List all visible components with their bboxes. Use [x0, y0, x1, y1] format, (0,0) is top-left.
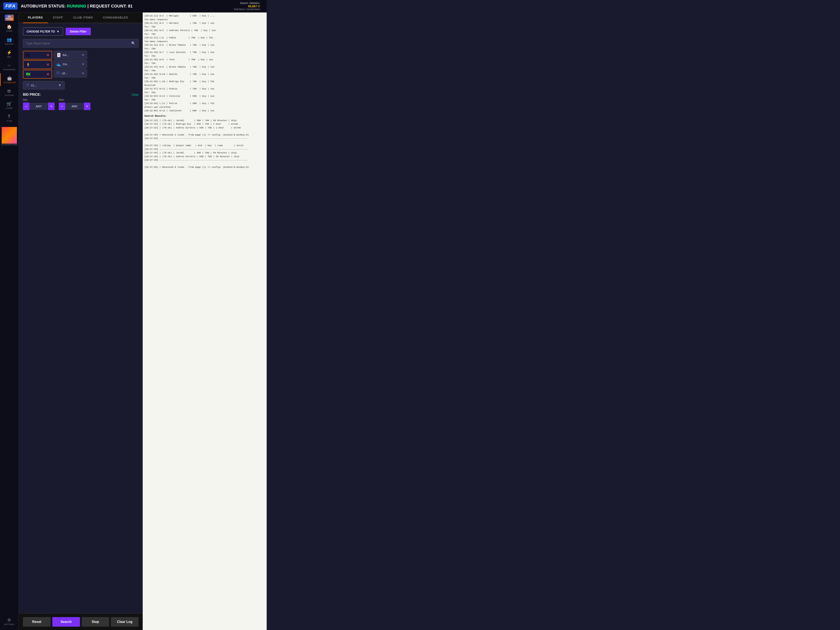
- log-entry: for: 750: [144, 54, 265, 58]
- tab-club-items[interactable]: CLUB ITEMS: [68, 13, 98, 23]
- club-dropdown[interactable]: 🛡 CL... ▼: [23, 81, 65, 89]
- remove-position-button[interactable]: ✕: [46, 63, 49, 67]
- bid-price-section: BID PRICE: Clear Min: − ANY +: [23, 93, 139, 110]
- club-chevron-icon: ▼: [58, 83, 62, 87]
- search-results-label: Search Results:: [144, 115, 167, 117]
- autobuyer-icon: 🤖: [7, 76, 12, 81]
- log-entry: Too many requests: [144, 40, 265, 43]
- max-increase-button[interactable]: +: [84, 103, 90, 110]
- league-icon: 🛡: [57, 71, 60, 76]
- reset-button[interactable]: Reset: [23, 617, 51, 627]
- max-price-control: − ANY +: [59, 103, 90, 110]
- reset-label: Reset: [32, 620, 41, 624]
- coins-display: 65,667 ©: [248, 5, 260, 8]
- sidebar-item-sbc[interactable]: ⚡ SBC: [0, 47, 19, 60]
- min-increase-button[interactable]: +: [48, 103, 55, 110]
- sidebar-item-club[interactable]: 🎖 CLUB: [0, 112, 19, 125]
- min-price-control: − ANY +: [23, 103, 55, 110]
- store-label: STORE: [6, 107, 13, 109]
- log-entry: [20:31:30] W:8 | Tete | 700 | buy | suc: [144, 58, 265, 62]
- log-entry: for: 750: [144, 33, 265, 36]
- unsold-label: Unsold Items: [247, 8, 260, 10]
- club-icon: 🎖: [7, 114, 11, 119]
- log-entry: [20:37:32] | (76-ok) | Andrei Girotto | …: [144, 126, 265, 130]
- log-area: [20:31:11] W:3 | Marigal | 650 | buy | .…: [143, 13, 267, 630]
- choose-filter-button[interactable]: CHOOSE FILTER TO ▼: [23, 27, 63, 36]
- stop-button[interactable]: Stop: [82, 617, 109, 627]
- chevron-down-icon: ▼: [57, 30, 60, 33]
- filter-tags-left: 21 ✕ 🧍 ✕ 🇧🇷 ✕: [23, 51, 52, 79]
- filter-tags-right: 🃏 RA... ▼ 👟 CH... ▼ 🛡 LE... ▼: [54, 51, 87, 79]
- sidebar-item-store[interactable]: 🛒 STORE: [0, 99, 19, 112]
- log-entry: [20:37:45] | rating | player name | bid …: [144, 144, 265, 147]
- sidebar-item-squads[interactable]: 👥 SQUADS: [0, 35, 19, 47]
- nationality-icon: 🇧🇷: [26, 72, 30, 76]
- search-results-header: Search Results:: [144, 114, 265, 118]
- position-icon: 🧍: [26, 62, 30, 67]
- autobuyer-label: AUTOBUYER: [3, 82, 16, 84]
- filter-tags-container: 21 ✕ 🧍 ✕ 🇧🇷 ✕ 🃏 RA...: [23, 51, 139, 79]
- statistics-label: Statistics:: [249, 2, 260, 5]
- sold-label: Sold Items: [234, 8, 245, 10]
- chemistry-dropdown[interactable]: 👟 CH... ▼: [54, 60, 87, 68]
- log-entry: [20:37:45] -----------------------------…: [144, 137, 265, 140]
- league-text: LE...: [62, 72, 80, 75]
- tab-consumables-label: CONSUMABLES: [103, 16, 128, 19]
- rarity-dropdown[interactable]: 🃏 RA... ▼: [54, 51, 87, 59]
- search-label: Search:: [240, 2, 248, 5]
- max-price-value: ANY: [66, 103, 83, 109]
- bottom-buttons: Reset Search Stop Clear Log: [19, 614, 143, 630]
- log-entry: [20:32:05] W:13 | Joelinton | 600 | buy …: [144, 109, 265, 112]
- header-right: Search: Statistics: 65,667 © Sold Items …: [234, 2, 260, 10]
- clear-bid-button[interactable]: Clear: [132, 93, 139, 96]
- filter-tag-nationality[interactable]: 🇧🇷 ✕: [23, 70, 52, 79]
- sidebar-item-stadium[interactable]: 🏟 STADIUM: [0, 86, 19, 99]
- tab-consumables[interactable]: CONSUMABLES: [98, 13, 133, 23]
- request-count: 81: [128, 4, 133, 8]
- remove-rating-button[interactable]: ✕: [46, 53, 49, 57]
- remove-nationality-button[interactable]: ✕: [46, 72, 49, 76]
- sidebar-item-leaderboards[interactable]: LEADERBOARDS: [0, 125, 19, 148]
- log-entry: for: 750: [144, 69, 265, 73]
- squads-label: SQUADS: [5, 43, 14, 45]
- tab-players[interactable]: PLAYERS: [23, 13, 48, 23]
- log-entry: Too many requests: [144, 18, 265, 22]
- min-decrease-button[interactable]: −: [23, 103, 30, 110]
- request-label: REQUEST COUNT:: [90, 4, 127, 8]
- search-button[interactable]: Search: [52, 617, 80, 627]
- home-icon: 🏠: [7, 24, 12, 29]
- clear-log-button[interactable]: Clear Log: [111, 617, 139, 627]
- choose-filter-row: CHOOSE FILTER TO ▼ Delete Filter: [23, 27, 139, 36]
- log-entry: [20:37:45] | (75-ok) | Jardel | 300 | 70…: [144, 151, 265, 155]
- home-label: HOME: [6, 30, 12, 32]
- rarity-icon: 🃏: [57, 53, 61, 57]
- delete-filter-button[interactable]: Delete Filter: [66, 28, 91, 35]
- filter-tag-rating[interactable]: 21 ✕: [23, 51, 52, 59]
- autobuyer-status: AUTOBUYER STATUS: RUNNING | REQUEST COUN…: [21, 4, 234, 8]
- max-decrease-button[interactable]: −: [59, 103, 65, 110]
- leaderboards-bg: [2, 127, 17, 144]
- sbc-label: SBC: [7, 56, 11, 58]
- league-dropdown[interactable]: 🛡 LE... ▼: [54, 69, 87, 78]
- log-entry: [20:37:45] -----------------------------…: [144, 147, 265, 151]
- bid-price-header: BID PRICE: Clear: [23, 93, 139, 97]
- squads-icon: 👥: [7, 37, 12, 42]
- sidebar-item-transfers[interactable]: ↔ TRANSFERS: [0, 60, 19, 73]
- player-search-container: 🔍: [23, 39, 139, 47]
- log-entry: for: 750: [144, 47, 265, 51]
- league-chevron-icon: ▼: [82, 72, 84, 75]
- sidebar-item-autobuyer[interactable]: 🤖 AUTOBUYER: [0, 73, 19, 86]
- tab-staff-label: STAFF: [53, 16, 63, 19]
- sidebar-item-settings[interactable]: ⚙ SETTINGS: [0, 615, 19, 628]
- delete-filter-label: Delete Filter: [70, 30, 87, 33]
- tab-staff[interactable]: STAFF: [48, 13, 68, 23]
- sidebar-item-home[interactable]: 🏠 HOME: [0, 22, 19, 35]
- filter-tag-position[interactable]: 🧍 ✕: [23, 60, 52, 69]
- player-name-input[interactable]: [26, 42, 131, 45]
- transfers-label: TRANSFERS: [3, 69, 16, 71]
- filter-area: CHOOSE FILTER TO ▼ Delete Filter 🔍 21: [19, 23, 143, 614]
- search-icon[interactable]: 🔍: [131, 41, 136, 45]
- log-entry: [20:31:11] W:3 | Marigal | 650 | buy | .…: [144, 14, 265, 18]
- leaderboards-label: LEADERBOARDS: [1, 144, 17, 146]
- rarity-text: RA...: [63, 54, 80, 57]
